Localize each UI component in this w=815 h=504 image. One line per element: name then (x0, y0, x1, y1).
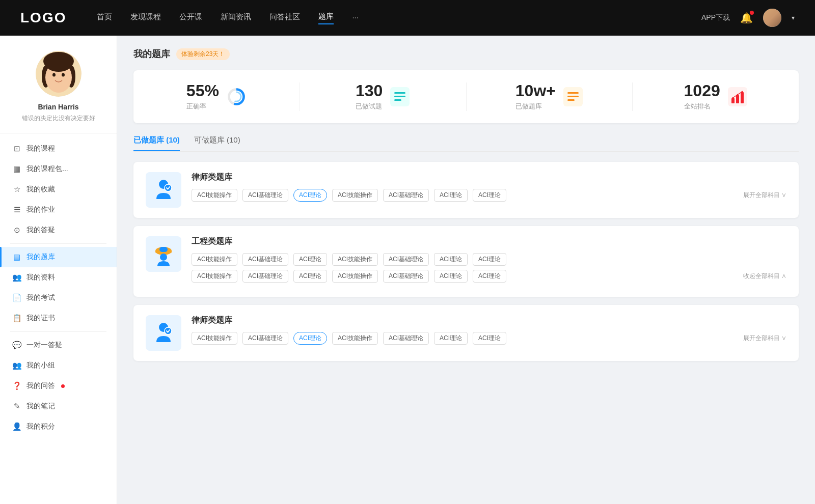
qa-icon: ⊙ (12, 226, 21, 235)
svg-rect-30 (159, 247, 168, 252)
avatar-large (36, 51, 82, 97)
svg-point-5 (52, 73, 56, 77)
sidebar-item-course-packages[interactable]: ▦ 我的课程包... (0, 159, 117, 179)
svg-rect-16 (567, 92, 579, 94)
law2-tag-6[interactable]: ACI理论 (473, 332, 506, 345)
chevron-down-icon[interactable]: ▾ (792, 14, 795, 21)
sidebar-label-my-group: 我的小组 (26, 361, 55, 370)
homework-icon: ☰ (12, 205, 21, 214)
notification-bell[interactable]: 🔔 (740, 12, 753, 24)
courses-icon: ⊡ (12, 144, 21, 153)
law2-tag-5[interactable]: ACI理论 (434, 332, 468, 345)
tags-row-engineer-2: ACI技能操作 ACI基础理论 ACI理论 ACI技能操作 ACI基础理论 AC… (192, 270, 786, 283)
tag-5[interactable]: ACI理论 (434, 189, 468, 202)
eng-tag-4[interactable]: ACI基础理论 (383, 253, 429, 266)
sidebar-item-my-points[interactable]: 👤 我的积分 (0, 416, 117, 437)
sidebar-item-my-certs[interactable]: 📋 我的证书 (0, 308, 117, 328)
eng2-tag-3[interactable]: ACI技能操作 (332, 270, 378, 283)
packages-icon: ▦ (12, 164, 21, 174)
eng2-tag-2[interactable]: ACI理论 (293, 270, 327, 283)
notes-icon: ✎ (12, 402, 21, 411)
eng-tag-3[interactable]: ACI技能操作 (332, 253, 378, 266)
nav-more[interactable]: ··· (352, 13, 359, 23)
sidebar-item-favorites[interactable]: ☆ 我的收藏 (0, 179, 117, 200)
questions-dot (61, 384, 65, 388)
sidebar-item-my-courses[interactable]: ⊡ 我的课程 (0, 138, 117, 159)
svg-point-27 (165, 184, 172, 191)
svg-point-24 (737, 94, 738, 96)
sidebar-label-homework: 我的作业 (26, 205, 55, 214)
eng2-tag-1[interactable]: ACI基础理论 (242, 270, 288, 283)
tag-3[interactable]: ACI技能操作 (332, 189, 378, 202)
qbank-title-lawyer-1: 律师类题库 (192, 172, 786, 183)
nav-home[interactable]: 首页 (97, 12, 112, 24)
stat-accuracy: 55% 正确率 (133, 82, 300, 111)
tag-6[interactable]: ACI理论 (473, 189, 506, 202)
sidebar-item-my-group[interactable]: 👥 我的小组 (0, 355, 117, 376)
tab-done-banks[interactable]: 已做题库 (10) (133, 135, 180, 151)
tags-row-engineer-1: ACI技能操作 ACI基础理论 ACI理论 ACI技能操作 ACI基础理论 AC… (192, 253, 786, 266)
qbank-title-engineer: 工程类题库 (192, 236, 786, 247)
eng-tag-1[interactable]: ACI基础理论 (242, 253, 288, 266)
nav-news[interactable]: 新闻资讯 (221, 12, 251, 24)
expand-link-lawyer-1[interactable]: 展开全部科目 ∨ (743, 191, 786, 200)
sidebar-item-my-data[interactable]: 👥 我的资料 (0, 267, 117, 288)
tag-2[interactable]: ACI理论 (293, 189, 327, 202)
eng2-tag-6[interactable]: ACI理论 (473, 270, 506, 283)
eng2-tag-4[interactable]: ACI基础理论 (383, 270, 429, 283)
tag-4[interactable]: ACI基础理论 (383, 189, 429, 202)
svg-point-6 (62, 73, 65, 77)
sidebar-item-my-qa[interactable]: ⊙ 我的答疑 (0, 220, 117, 240)
tab-available-banks[interactable]: 可做题库 (10) (194, 135, 240, 151)
svg-rect-12 (394, 92, 405, 94)
sidebar-profile: Brian Harris 错误的决定比没有决定要好 (0, 36, 117, 133)
expand-link-lawyer-2[interactable]: 展开全部科目 ∨ (743, 334, 786, 343)
stat-done-label: 已做试题 (356, 102, 383, 111)
nav-discover[interactable]: 发现课程 (130, 12, 161, 24)
page-title: 我的题库 (133, 48, 170, 60)
qbank-icon-engineer (146, 236, 181, 272)
eng-tag-2[interactable]: ACI理论 (293, 253, 327, 266)
nav-links: 首页 发现课程 公开课 新闻资讯 问答社区 题库 ··· (97, 12, 701, 24)
svg-rect-22 (741, 92, 744, 103)
avatar-image (763, 9, 781, 27)
svg-point-23 (732, 97, 734, 99)
eng-tag-5[interactable]: ACI理论 (434, 253, 468, 266)
eng2-tag-5[interactable]: ACI理论 (434, 270, 468, 283)
app-download-button[interactable]: APP下载 (701, 13, 730, 22)
law2-tag-0[interactable]: ACI技能操作 (192, 332, 237, 345)
nav-opencourse[interactable]: 公开课 (179, 12, 202, 24)
svg-point-25 (741, 91, 743, 93)
qbank-icon-lawyer-1 (146, 172, 181, 208)
sidebar-item-homework[interactable]: ☰ 我的作业 (0, 200, 117, 220)
nav-qbank[interactable]: 题库 (318, 12, 334, 24)
stat-done-value: 130 (356, 82, 383, 99)
qbank-title-lawyer-2: 律师类题库 (192, 315, 786, 326)
law2-tag-2[interactable]: ACI理论 (293, 332, 327, 345)
stat-banks-label: 已做题库 (515, 102, 556, 111)
eng-tag-0[interactable]: ACI技能操作 (192, 253, 237, 266)
nav-qa[interactable]: 问答社区 (269, 12, 300, 24)
sidebar-item-my-qbank[interactable]: ▤ 我的题库 (0, 247, 117, 267)
qbank-icon-lawyer-2 (146, 315, 181, 351)
eng-tag-6[interactable]: ACI理论 (473, 253, 506, 266)
sidebar-item-my-questions[interactable]: ❓ 我的问答 (0, 376, 117, 396)
avatar[interactable] (763, 9, 781, 27)
law2-tag-4[interactable]: ACI基础理论 (383, 332, 429, 345)
sidebar-item-one-on-one[interactable]: 💬 一对一答疑 (0, 335, 117, 355)
law2-tag-3[interactable]: ACI技能操作 (332, 332, 378, 345)
sidebar-item-my-exams[interactable]: 📄 我的考试 (0, 288, 117, 308)
tag-0[interactable]: ACI技能操作 (192, 189, 237, 202)
accuracy-donut-icon (226, 87, 247, 107)
tag-1[interactable]: ACI基础理论 (242, 189, 288, 202)
certs-icon: 📋 (12, 314, 21, 323)
list-orange-icon (563, 87, 583, 107)
collapse-link-engineer[interactable]: 收起全部科目 ∧ (743, 272, 786, 281)
sidebar-username: Brian Harris (38, 103, 78, 111)
law2-tag-1[interactable]: ACI基础理论 (242, 332, 288, 345)
list-green-icon (390, 87, 410, 107)
sidebar-item-my-notes[interactable]: ✎ 我的笔记 (0, 396, 117, 416)
stat-done-banks: 10w+ 已做题库 (467, 82, 633, 111)
trial-badge: 体验剩余23天！ (176, 48, 230, 60)
eng2-tag-0[interactable]: ACI技能操作 (192, 270, 237, 283)
